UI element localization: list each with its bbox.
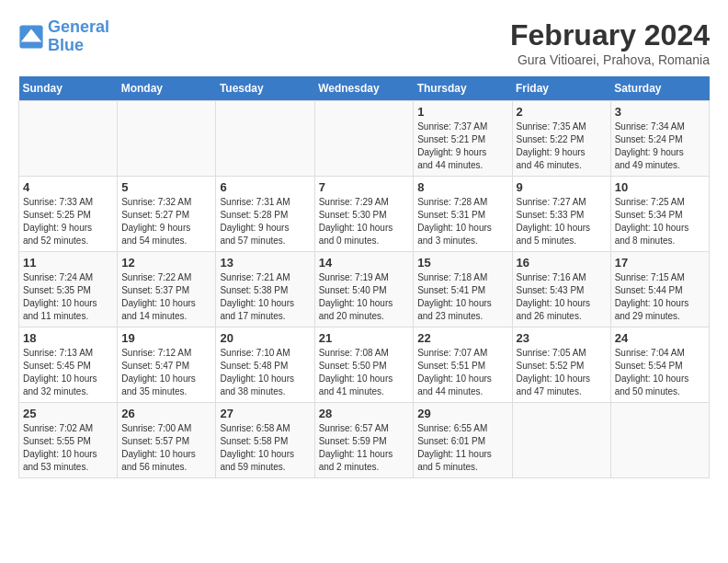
calendar-cell: 17Sunrise: 7:15 AM Sunset: 5:44 PM Dayli… xyxy=(610,252,709,327)
weekday-header-saturday: Saturday xyxy=(610,76,709,101)
day-number: 21 xyxy=(319,331,410,345)
day-info: Sunrise: 7:24 AM Sunset: 5:35 PM Dayligh… xyxy=(23,271,113,323)
day-info: Sunrise: 7:29 AM Sunset: 5:30 PM Dayligh… xyxy=(319,196,410,247)
calendar-week-row: 1Sunrise: 7:37 AM Sunset: 5:21 PM Daylig… xyxy=(19,101,710,177)
calendar-cell xyxy=(19,101,118,177)
day-info: Sunrise: 7:34 AM Sunset: 5:24 PM Dayligh… xyxy=(615,121,705,172)
calendar-cell: 7Sunrise: 7:29 AM Sunset: 5:30 PM Daylig… xyxy=(314,177,414,252)
day-number: 14 xyxy=(319,256,410,270)
calendar-cell xyxy=(118,101,216,177)
calendar-cell: 11Sunrise: 7:24 AM Sunset: 5:35 PM Dayli… xyxy=(19,252,118,327)
day-info: Sunrise: 7:28 AM Sunset: 5:31 PM Dayligh… xyxy=(417,196,507,247)
day-number: 20 xyxy=(220,331,310,345)
calendar-cell: 28Sunrise: 6:57 AM Sunset: 5:59 PM Dayli… xyxy=(314,403,414,478)
day-info: Sunrise: 7:18 AM Sunset: 5:41 PM Dayligh… xyxy=(417,271,507,323)
calendar-cell: 5Sunrise: 7:32 AM Sunset: 5:27 PM Daylig… xyxy=(118,177,216,252)
weekday-header-sunday: Sunday xyxy=(19,76,118,101)
calendar-cell: 20Sunrise: 7:10 AM Sunset: 5:48 PM Dayli… xyxy=(216,327,314,403)
day-info: Sunrise: 7:08 AM Sunset: 5:50 PM Dayligh… xyxy=(319,347,410,398)
day-number: 29 xyxy=(417,407,507,420)
calendar-cell xyxy=(216,101,314,177)
day-info: Sunrise: 7:10 AM Sunset: 5:48 PM Dayligh… xyxy=(220,347,310,398)
day-info: Sunrise: 7:37 AM Sunset: 5:21 PM Dayligh… xyxy=(417,121,507,172)
calendar-cell: 10Sunrise: 7:25 AM Sunset: 5:34 PM Dayli… xyxy=(610,177,709,252)
day-info: Sunrise: 7:04 AM Sunset: 5:54 PM Dayligh… xyxy=(615,347,705,398)
calendar-cell: 16Sunrise: 7:16 AM Sunset: 5:43 PM Dayli… xyxy=(512,252,610,327)
calendar-week-row: 11Sunrise: 7:24 AM Sunset: 5:35 PM Dayli… xyxy=(19,252,710,327)
day-number: 27 xyxy=(220,407,310,420)
calendar-cell: 21Sunrise: 7:08 AM Sunset: 5:50 PM Dayli… xyxy=(314,327,414,403)
calendar-cell: 15Sunrise: 7:18 AM Sunset: 5:41 PM Dayli… xyxy=(414,252,512,327)
day-info: Sunrise: 7:27 AM Sunset: 5:33 PM Dayligh… xyxy=(517,196,607,247)
day-number: 7 xyxy=(319,180,410,194)
day-info: Sunrise: 6:58 AM Sunset: 5:58 PM Dayligh… xyxy=(220,422,310,474)
calendar-cell: 9Sunrise: 7:27 AM Sunset: 5:33 PM Daylig… xyxy=(512,177,610,252)
logo-icon xyxy=(18,24,44,50)
calendar-cell: 8Sunrise: 7:28 AM Sunset: 5:31 PM Daylig… xyxy=(414,177,512,252)
calendar-cell: 13Sunrise: 7:21 AM Sunset: 5:38 PM Dayli… xyxy=(216,252,314,327)
day-info: Sunrise: 7:21 AM Sunset: 5:38 PM Dayligh… xyxy=(220,271,310,323)
calendar-cell: 29Sunrise: 6:55 AM Sunset: 6:01 PM Dayli… xyxy=(414,403,512,478)
calendar-cell: 6Sunrise: 7:31 AM Sunset: 5:28 PM Daylig… xyxy=(216,177,314,252)
day-number: 2 xyxy=(517,105,607,119)
weekday-header-row: SundayMondayTuesdayWednesdayThursdayFrid… xyxy=(19,76,710,101)
calendar-cell: 27Sunrise: 6:58 AM Sunset: 5:58 PM Dayli… xyxy=(216,403,314,478)
day-info: Sunrise: 7:22 AM Sunset: 5:37 PM Dayligh… xyxy=(121,271,211,323)
calendar-cell xyxy=(512,403,610,478)
calendar-cell: 22Sunrise: 7:07 AM Sunset: 5:51 PM Dayli… xyxy=(414,327,512,403)
calendar-week-row: 4Sunrise: 7:33 AM Sunset: 5:25 PM Daylig… xyxy=(19,177,710,252)
weekday-header-friday: Friday xyxy=(512,76,610,101)
day-info: Sunrise: 7:31 AM Sunset: 5:28 PM Dayligh… xyxy=(220,196,310,247)
calendar-table: SundayMondayTuesdayWednesdayThursdayFrid… xyxy=(18,76,710,478)
calendar-cell xyxy=(610,403,709,478)
day-number: 12 xyxy=(121,256,211,270)
calendar-cell: 26Sunrise: 7:00 AM Sunset: 5:57 PM Dayli… xyxy=(118,403,216,478)
day-info: Sunrise: 7:05 AM Sunset: 5:52 PM Dayligh… xyxy=(517,347,607,398)
calendar-cell: 3Sunrise: 7:34 AM Sunset: 5:24 PM Daylig… xyxy=(610,101,709,177)
day-number: 26 xyxy=(121,407,211,420)
weekday-header-monday: Monday xyxy=(118,76,216,101)
day-info: Sunrise: 7:35 AM Sunset: 5:22 PM Dayligh… xyxy=(517,121,607,172)
day-info: Sunrise: 7:25 AM Sunset: 5:34 PM Dayligh… xyxy=(615,196,705,247)
day-number: 17 xyxy=(615,256,705,270)
day-number: 13 xyxy=(220,256,310,270)
calendar-cell: 4Sunrise: 7:33 AM Sunset: 5:25 PM Daylig… xyxy=(19,177,118,252)
logo: General Blue xyxy=(18,18,109,55)
calendar-cell: 14Sunrise: 7:19 AM Sunset: 5:40 PM Dayli… xyxy=(314,252,414,327)
day-number: 6 xyxy=(220,180,310,194)
day-number: 16 xyxy=(517,256,607,270)
day-number: 10 xyxy=(615,180,705,194)
day-info: Sunrise: 7:33 AM Sunset: 5:25 PM Dayligh… xyxy=(23,196,113,247)
day-number: 3 xyxy=(615,105,705,119)
day-info: Sunrise: 6:57 AM Sunset: 5:59 PM Dayligh… xyxy=(319,422,410,474)
day-number: 5 xyxy=(121,180,211,194)
day-number: 28 xyxy=(319,407,410,420)
logo-line2: Blue xyxy=(48,36,84,54)
logo-text: General Blue xyxy=(48,18,109,55)
calendar-cell xyxy=(314,101,414,177)
page-header: General Blue February 2024 Gura Vitioare… xyxy=(18,18,710,67)
day-number: 4 xyxy=(23,180,113,194)
calendar-cell: 19Sunrise: 7:12 AM Sunset: 5:47 PM Dayli… xyxy=(118,327,216,403)
weekday-header-thursday: Thursday xyxy=(414,76,512,101)
day-info: Sunrise: 7:07 AM Sunset: 5:51 PM Dayligh… xyxy=(417,347,507,398)
day-number: 19 xyxy=(121,331,211,345)
day-info: Sunrise: 7:16 AM Sunset: 5:43 PM Dayligh… xyxy=(517,271,607,323)
day-number: 18 xyxy=(23,331,113,345)
title-block: February 2024 Gura Vitioarei, Prahova, R… xyxy=(510,18,710,67)
weekday-header-tuesday: Tuesday xyxy=(216,76,314,101)
day-number: 15 xyxy=(417,256,507,270)
main-title: February 2024 xyxy=(510,18,710,52)
subtitle: Gura Vitioarei, Prahova, Romania xyxy=(510,52,710,67)
day-number: 9 xyxy=(517,180,607,194)
calendar-cell: 2Sunrise: 7:35 AM Sunset: 5:22 PM Daylig… xyxy=(512,101,610,177)
day-info: Sunrise: 7:15 AM Sunset: 5:44 PM Dayligh… xyxy=(615,271,705,323)
day-number: 11 xyxy=(23,256,113,270)
day-info: Sunrise: 6:55 AM Sunset: 6:01 PM Dayligh… xyxy=(417,422,507,474)
calendar-cell: 24Sunrise: 7:04 AM Sunset: 5:54 PM Dayli… xyxy=(610,327,709,403)
day-number: 24 xyxy=(615,331,705,345)
day-info: Sunrise: 7:13 AM Sunset: 5:45 PM Dayligh… xyxy=(23,347,113,398)
day-info: Sunrise: 7:12 AM Sunset: 5:47 PM Dayligh… xyxy=(121,347,211,398)
day-info: Sunrise: 7:02 AM Sunset: 5:55 PM Dayligh… xyxy=(23,422,113,474)
logo-line1: General xyxy=(48,17,109,36)
